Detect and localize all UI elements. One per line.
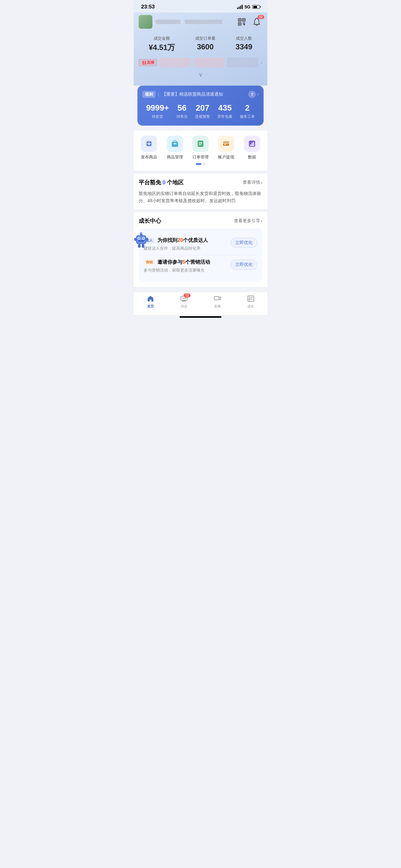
svg-rect-33 <box>138 240 144 242</box>
action-data[interactable]: 数据 <box>244 135 260 160</box>
live-badge: ▐▐ 直播 <box>139 59 157 66</box>
svg-rect-37 <box>146 238 148 241</box>
exemption-link[interactable]: 查看详情 › <box>243 180 262 185</box>
stat-buyers[interactable]: 成交人数 3349 <box>235 36 252 53</box>
growth-icon <box>247 294 255 303</box>
notice-stat-value-4: 2 <box>240 103 255 113</box>
growth-item-title-0: 为你找到20个优质达人 <box>157 237 208 244</box>
svg-rect-3 <box>239 19 240 21</box>
dot-active <box>196 163 201 165</box>
live-item-1 <box>160 58 191 67</box>
home-icon <box>146 294 155 303</box>
notice-banner[interactable]: 规则 | 【重要】精选联盟商品清退通知 7 › 9999+ 待发货 56 待售后… <box>137 86 264 126</box>
notice-stat-0[interactable]: 9999+ 待发货 <box>146 103 169 119</box>
growth-title-row-0: 达人 为你找到20个优质达人 <box>144 237 227 244</box>
notice-stat-label-1: 待售后 <box>176 114 188 119</box>
growth-item-0: 达人 为你找到20个优质达人 建联达人合作，提高商品转化率 立即优化 <box>144 234 257 255</box>
scan-button[interactable] <box>236 16 247 28</box>
optimize-button-1[interactable]: 立即优化 <box>231 260 257 270</box>
growth-link[interactable]: 查看更多引导 › <box>234 218 262 224</box>
action-label-data: 数据 <box>248 154 256 160</box>
nav-home[interactable]: 首页 <box>146 294 155 309</box>
action-publish[interactable]: 发布商品 <box>141 135 157 160</box>
action-label-withdraw: 账户提现 <box>218 154 234 160</box>
growth-highlight-1: 5 <box>182 259 185 265</box>
notice-stat-value-0: 9999+ <box>146 103 169 113</box>
action-label-goods: 商品管理 <box>167 154 183 160</box>
exemption-desc: 豁免地区的实物订单将自动延长发货和退货时效，豁免物流体验分、48小时发货率考核及… <box>139 190 262 204</box>
notice-arrow-icon: › <box>257 92 259 97</box>
message-badge: 12 <box>183 293 190 298</box>
data-icon <box>244 135 260 152</box>
live-arrow-icon: › <box>261 60 262 65</box>
bottom-nav: 首页 12 消息 直播 <box>134 292 267 315</box>
growth-card: 达人 为你找到20个优质达人 建联达人合作，提高商品转化率 立即优化 营销 邀请… <box>139 228 262 282</box>
action-orders[interactable]: 订单管理 <box>192 135 209 160</box>
nav-live[interactable]: 直播 <box>213 294 222 309</box>
growth-header: 成长中心 查看更多引导 › <box>139 217 262 225</box>
chevron-down-icon[interactable]: ∨ <box>139 71 262 80</box>
svg-rect-36 <box>134 238 136 241</box>
goods-icon <box>167 135 183 152</box>
svg-rect-41 <box>214 297 219 300</box>
orders-icon <box>192 135 209 152</box>
svg-rect-39 <box>142 244 144 248</box>
notification-badge: 92 <box>258 15 264 19</box>
profile-row[interactable] <box>139 15 222 29</box>
notice-count-badge: 7 <box>248 91 256 98</box>
nav-growth[interactable]: 成长 <box>247 294 255 309</box>
action-label-orders: 订单管理 <box>192 154 209 160</box>
notice-stat-value-2: 207 <box>195 103 210 113</box>
notice-stat-2[interactable]: 207 违规预警 <box>195 103 210 119</box>
exemption-section: 平台豁免 0 个地区 查看详情 › 豁免地区的实物订单将自动延长发货和退货时效，… <box>134 174 267 209</box>
status-bar: 23:53 5G <box>134 0 267 12</box>
svg-rect-42 <box>248 296 254 302</box>
status-time: 23:53 <box>141 4 155 10</box>
header-top: 92 <box>139 12 262 32</box>
growth-section: 成长中心 查看更多引导 › 达人 <box>134 212 267 287</box>
notice-text: 【重要】精选联盟商品清退通知 <box>162 92 223 97</box>
live-icon <box>213 294 222 303</box>
growth-title-row-1: 营销 邀请你参与5个营销活动 <box>144 259 227 266</box>
exemption-count: 0 <box>162 179 166 186</box>
growth-item-1: 营销 邀请你参与5个营销活动 参与营销活动，获取更多流量曝光 立即优化 <box>144 255 257 277</box>
growth-title-suffix-0: 个优质达人 <box>183 238 208 243</box>
notice-stat-value-1: 56 <box>176 103 188 113</box>
stat-value-buyers: 3349 <box>235 42 252 51</box>
notice-stat-1[interactable]: 56 待售后 <box>176 103 188 119</box>
message-icon: 12 <box>180 294 188 303</box>
stats-row: 成交金额 ¥4.51万 成交订单量 3600 成交人数 3349 <box>139 32 262 58</box>
svg-rect-22 <box>224 144 226 145</box>
action-label-publish: 发布商品 <box>141 154 157 160</box>
growth-item-title-1: 邀请你参与5个营销活动 <box>157 259 210 266</box>
header-icons: 92 <box>236 16 262 28</box>
robot-mascot <box>134 231 149 249</box>
nav-label-growth: 成长 <box>247 304 254 309</box>
stat-orders[interactable]: 成交订单量 3600 <box>195 36 215 53</box>
svg-rect-25 <box>252 143 252 146</box>
svg-rect-20 <box>223 142 229 146</box>
optimize-button-0[interactable]: 立即优化 <box>231 238 257 248</box>
notice-stat-4[interactable]: 2 服务工单 <box>240 103 255 119</box>
live-row[interactable]: ▐▐ 直播 › <box>139 58 262 67</box>
action-goods[interactable]: 商品管理 <box>167 135 183 160</box>
growth-item-desc-0: 建联达人合作，提高商品转化率 <box>144 246 227 251</box>
action-withdraw[interactable]: 账户提现 <box>218 135 234 160</box>
battery-icon <box>252 5 260 9</box>
notice-tag: 规则 <box>142 91 156 98</box>
growth-highlight-0: 20 <box>177 238 183 243</box>
exemption-title-row: 平台豁免 0 个地区 <box>139 179 183 186</box>
notice-title-row: 规则 | 【重要】精选联盟商品清退通知 7 › <box>142 91 259 98</box>
notification-button[interactable]: 92 <box>251 16 262 28</box>
action-dots <box>136 160 265 168</box>
stat-label-orders: 成交订单量 <box>195 36 215 41</box>
network-label: 5G <box>244 4 250 9</box>
growth-title-prefix-1: 邀请你参与 <box>157 259 182 265</box>
growth-title-suffix-1: 个营销活动 <box>185 259 210 265</box>
nav-label-live: 直播 <box>214 304 221 309</box>
notice-stat-3[interactable]: 435 异常包裹 <box>218 103 232 119</box>
svg-rect-24 <box>250 144 251 146</box>
notice-badge-btn[interactable]: 7 › <box>248 91 259 98</box>
nav-messages[interactable]: 12 消息 <box>180 294 188 309</box>
stat-amount[interactable]: 成交金额 ¥4.51万 <box>149 36 175 53</box>
